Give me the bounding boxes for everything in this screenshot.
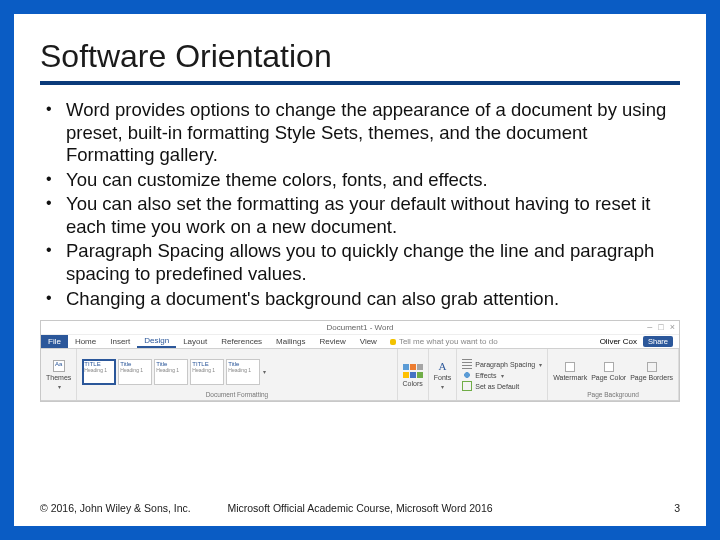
group-fonts: A Fonts ▾ [429,349,458,400]
bullet-item: Word provides options to change the appe… [40,99,680,167]
style-set-item[interactable]: TitleHeading 1 [226,359,260,385]
style-set-item[interactable]: TitleHeading 1 [118,359,152,385]
colors-button[interactable]: Colors [403,364,423,387]
window-controls: – □ × [647,322,675,332]
group-document-formatting: TITLEHeading 1 TitleHeading 1 TitleHeadi… [77,349,397,400]
fonts-icon: A [439,360,447,372]
tab-design[interactable]: Design [137,335,176,348]
app-title: Document1 - Word [327,323,394,332]
close-icon[interactable]: × [670,322,675,332]
page-borders-button[interactable]: Page Borders [630,362,673,381]
minimize-icon[interactable]: – [647,322,652,332]
tell-me[interactable]: Tell me what you want to do [390,335,498,348]
watermark-button[interactable]: Watermark [553,362,587,381]
paragraph-spacing-button[interactable]: Paragraph Spacing▾ [462,359,542,369]
group-page-background: Watermark Page Color Page Borders Page B… [548,349,679,400]
ribbon-body: Themes ▾ TITLEHeading 1 TitleHeading 1 T… [41,349,679,401]
ribbon-tabs: File Home Insert Design Layout Reference… [41,335,679,349]
page-color-button[interactable]: Page Color [591,362,626,381]
bullet-item: You can customize theme colors, fonts, a… [40,169,680,192]
page-color-icon [604,362,614,372]
style-set-item[interactable]: TITLEHeading 1 [190,359,224,385]
tab-mailings[interactable]: Mailings [269,335,312,348]
bullet-list: Word provides options to change the appe… [40,99,680,310]
chevron-down-icon: ▾ [58,383,61,390]
lightbulb-icon [390,339,396,345]
paragraph-spacing-icon [462,359,472,369]
group-label: Document Formatting [82,391,391,398]
themes-icon [53,360,65,372]
group-spacing: Paragraph Spacing▾ Effects▾ Set as Defau… [457,349,548,400]
slide: Software Orientation Word provides optio… [0,0,720,540]
style-set-item[interactable]: TitleHeading 1 [154,359,188,385]
style-set-item[interactable]: TITLEHeading 1 [82,359,116,385]
check-icon [462,381,472,391]
maximize-icon[interactable]: □ [658,322,663,332]
footer: © 2016, John Wiley & Sons, Inc. Microsof… [40,502,680,514]
fonts-button[interactable]: A Fonts ▾ [434,360,452,390]
titlebar: Document1 - Word – □ × [41,321,679,335]
tab-review[interactable]: Review [312,335,352,348]
colors-label: Colors [403,380,423,387]
course-title: Microsoft Official Academic Course, Micr… [40,502,680,514]
themes-label: Themes [46,374,71,381]
tab-file[interactable]: File [41,335,68,348]
tab-insert[interactable]: Insert [103,335,137,348]
effects-icon [462,370,472,380]
tab-view[interactable]: View [353,335,384,348]
group-colors: Colors [398,349,429,400]
word-ribbon-screenshot: Document1 - Word – □ × File Home Insert … [40,320,680,402]
themes-button[interactable]: Themes ▾ [46,360,71,390]
share-button[interactable]: Share [643,336,673,347]
gallery-more-icon[interactable]: ▾ [263,368,266,375]
fonts-label: Fonts [434,374,452,381]
tab-home[interactable]: Home [68,335,103,348]
tab-references[interactable]: References [214,335,269,348]
tell-me-label: Tell me what you want to do [399,337,498,346]
chevron-down-icon: ▾ [441,383,444,390]
page-borders-icon [647,362,657,372]
group-label: Page Background [553,391,673,398]
bullet-item: Paragraph Spacing allows you to quickly … [40,240,680,285]
bullet-item: You can also set the formatting as your … [40,193,680,238]
slide-title: Software Orientation [40,38,680,85]
set-as-default-button[interactable]: Set as Default [462,381,542,391]
bullet-item: Changing a document's background can als… [40,288,680,311]
tab-layout[interactable]: Layout [176,335,214,348]
user-name: Oliver Cox [600,337,637,346]
color-palette-icon [403,364,423,370]
group-themes: Themes ▾ [41,349,77,400]
effects-button[interactable]: Effects▾ [462,370,542,380]
watermark-icon [565,362,575,372]
